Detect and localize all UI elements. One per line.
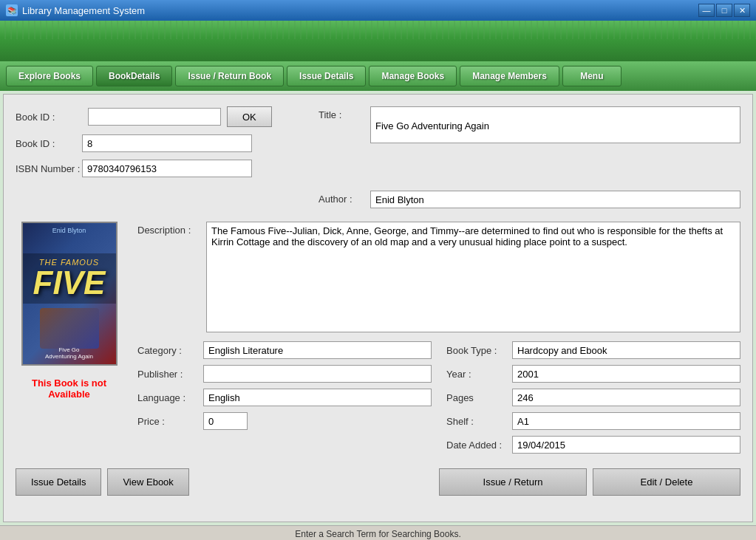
description-textarea[interactable]: The Famous Five--Julian, Dick, Anne, Geo… [206,222,740,332]
author-input[interactable] [370,191,740,208]
pages-label: Pages [446,392,509,403]
book-type-input[interactable] [512,341,740,359]
language-input[interactable] [203,389,432,406]
status-text: Enter a Search Term for Searching Books. [295,529,461,539]
main-content: Book ID : OK Book ID : ISBN Number : Tit… [3,94,753,522]
window-controls: — □ ✕ [698,4,750,17]
nav-issue-details[interactable]: Issue Details [287,66,366,86]
status-bar: Enter a Search Term for Searching Books. [0,525,756,540]
isbn-input[interactable] [82,160,252,177]
issue-return-button[interactable]: Issue / Return [439,468,587,496]
availability-text: This Book is not Available [16,377,123,400]
bottom-buttons: Issue Details View Ebook Issue / Return … [16,468,740,496]
book-type-label: Book Type : [446,345,509,356]
shelf-input[interactable] [512,412,740,430]
app-icon: 📚 [6,4,18,16]
minimize-button[interactable]: — [698,4,715,17]
author-label: Author : [319,191,370,205]
category-input[interactable] [203,341,432,359]
title-input[interactable] [370,106,740,143]
nav-bar: Explore Books BookDetails Issue / Return… [0,61,756,91]
cover-title: FIVE [27,267,112,299]
book-cover-author: Enid Blyton [52,227,86,234]
nav-menu[interactable]: Menu [562,66,622,86]
title-bar: 📚 Library Management System — □ ✕ [0,0,756,21]
nav-manage-books[interactable]: Manage Books [369,66,457,86]
details-grid: Category : Book Type : Publisher : Year … [137,341,740,454]
app-title: Library Management System [22,5,145,16]
close-button[interactable]: ✕ [734,4,750,17]
year-input[interactable] [512,365,740,383]
book-id2-label: Book ID : [16,138,82,149]
ok-button[interactable]: OK [227,106,272,127]
nav-issue-return[interactable]: Issue / Return Book [175,66,284,86]
publisher-label: Publisher : [137,369,200,380]
nav-book-details[interactable]: BookDetails [96,66,172,86]
view-ebook-button[interactable]: View Ebook [107,468,188,496]
book-cover: Enid Blyton THE FAMOUS FIVE Five GoAdven… [21,222,118,366]
price-label: Price : [137,416,200,427]
shelf-label: Shelf : [446,416,509,427]
book-id2-input[interactable] [82,134,252,152]
nav-manage-members[interactable]: Manage Members [460,66,559,86]
maximize-button[interactable]: □ [716,4,732,17]
book-id-label: Book ID : [16,112,82,123]
category-label: Category : [137,345,200,356]
year-label: Year : [446,369,509,380]
edit-delete-button[interactable]: Edit / Delete [593,468,740,496]
book-image-area: Enid Blyton THE FAMOUS FIVE Five GoAdven… [16,222,123,454]
isbn-label: ISBN Number : [16,163,82,174]
issue-details-button[interactable]: Issue Details [16,468,101,496]
nav-explore-books[interactable]: Explore Books [6,66,93,86]
title-label: Title : [319,106,370,120]
description-label: Description : [137,222,200,332]
date-added-input[interactable] [512,436,740,454]
publisher-input[interactable] [203,365,432,383]
pages-input[interactable] [512,389,740,406]
book-id-search-input[interactable] [88,108,221,126]
language-label: Language : [137,392,200,403]
date-added-label: Date Added : [446,440,509,451]
cover-subtitle: Five GoAdventuring Again [42,344,96,363]
grass-banner [0,21,756,61]
price-input[interactable] [203,412,248,430]
